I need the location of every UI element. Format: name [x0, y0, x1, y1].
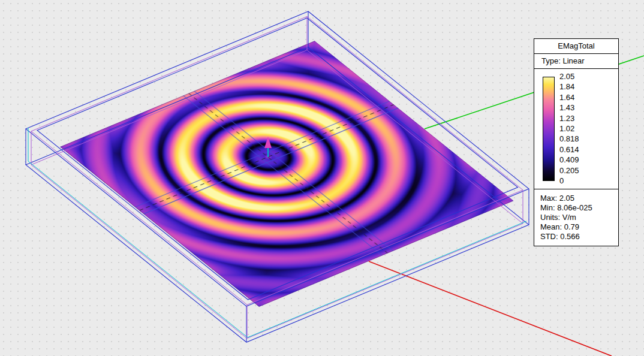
legend-stat-line: Mean: 0.79	[540, 222, 615, 232]
legend-tick-label: 1.84	[559, 82, 574, 92]
field-plot-canvas	[60, 41, 514, 307]
legend-title: EMagTotal	[534, 39, 618, 54]
legend-stat-line: Units: V/m	[540, 213, 615, 222]
legend-tick-label: 0.614	[559, 145, 579, 155]
legend-tick-label: 0.409	[559, 155, 579, 165]
legend-stat-line: Max: 2.05	[540, 194, 615, 203]
legend-stat-line: Min: 8.06e-025	[540, 203, 615, 213]
legend-tick-label: 0.205	[559, 166, 579, 176]
legend-tick-label: 1.64	[559, 93, 574, 102]
legend-tick-label: 1.02	[559, 124, 574, 134]
viewport-3d[interactable]: EMagTotal Type: Linear 2.051.841.641.431…	[0, 0, 644, 356]
legend-scale-type: Type: Linear	[534, 54, 618, 69]
legend-scale-labels: 2.051.841.641.431.231.020.8180.6140.4090…	[559, 77, 617, 181]
legend-stat-line: STD: 0.566	[540, 232, 615, 242]
legend-tick-label: 1.43	[559, 103, 574, 113]
legend-tick-label: 2.05	[559, 72, 574, 82]
legend-tick-label: 0	[559, 176, 564, 186]
legend-panel[interactable]: EMagTotal Type: Linear 2.051.841.641.431…	[534, 38, 619, 246]
legend-colorbar	[543, 77, 555, 181]
legend-scale-section: 2.051.841.641.431.231.020.8180.6140.4090…	[534, 69, 618, 189]
legend-tick-label: 1.23	[559, 114, 574, 123]
legend-stats: Max: 2.05Min: 8.06e-025Units: V/mMean: 0…	[534, 189, 618, 246]
axis-x-line	[369, 261, 612, 356]
legend-tick-label: 0.818	[559, 134, 579, 144]
